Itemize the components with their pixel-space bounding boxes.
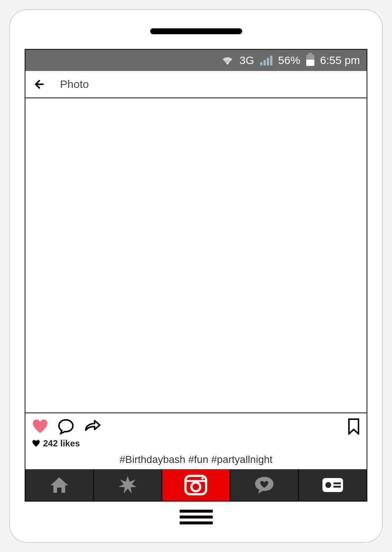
heart-small-icon	[32, 440, 40, 447]
battery-pct: 56%	[278, 54, 300, 67]
comment-icon[interactable]	[58, 418, 74, 435]
battery-icon	[306, 55, 314, 66]
post-caption: #Birthdaybash #fun #partyallnight	[25, 452, 367, 469]
id-card-icon	[322, 477, 344, 493]
nav-activity[interactable]	[230, 469, 299, 501]
network-label: 3G	[240, 54, 254, 67]
speaker-slot	[150, 28, 242, 34]
svg-rect-7	[333, 482, 341, 484]
wifi-icon	[221, 56, 234, 65]
star-burst-icon	[118, 475, 138, 495]
status-bar: 3G 56% 6:55 pm	[25, 50, 367, 71]
nav-camera[interactable]	[162, 469, 231, 501]
page-header: Photo	[25, 71, 367, 98]
tablet-device-frame: 3G 56% 6:55 pm Photo	[9, 9, 383, 543]
heart-bubble-icon	[254, 475, 275, 495]
share-icon[interactable]	[84, 419, 101, 434]
hardware-home-button[interactable]	[180, 510, 213, 527]
signal-icon	[260, 56, 272, 66]
svg-point-3	[191, 482, 200, 491]
nav-profile[interactable]	[299, 469, 367, 501]
back-arrow-icon[interactable]	[33, 77, 47, 92]
like-heart-icon[interactable]	[32, 419, 48, 434]
post-action-bar	[25, 413, 367, 436]
likes-count-row[interactable]: 242 likes	[25, 436, 367, 452]
likes-text: 242 likes	[43, 438, 80, 449]
nav-home[interactable]	[25, 469, 94, 501]
camera-icon	[184, 474, 208, 496]
svg-rect-8	[333, 486, 341, 488]
clock-time: 6:55 pm	[320, 54, 360, 67]
photo-content-area[interactable]	[25, 98, 367, 413]
page-title: Photo	[60, 78, 89, 91]
svg-point-0	[226, 62, 229, 64]
bookmark-icon[interactable]	[347, 418, 360, 435]
home-icon	[49, 476, 70, 494]
nav-explore[interactable]	[94, 469, 162, 501]
screen: 3G 56% 6:55 pm Photo	[25, 49, 367, 502]
svg-point-6	[325, 482, 331, 488]
bottom-nav	[25, 469, 367, 501]
svg-point-4	[201, 477, 204, 480]
